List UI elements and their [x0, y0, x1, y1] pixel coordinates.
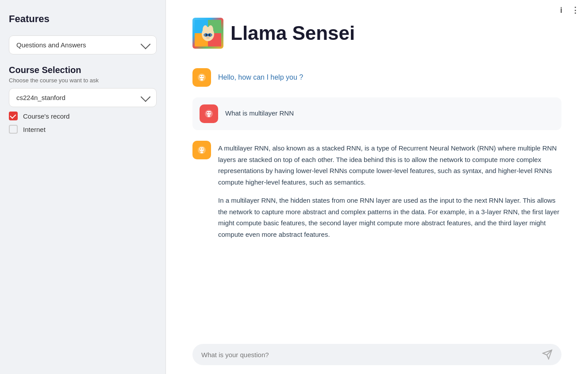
answer-paragraph-2: In a multilayer RNN, the hidden states f…	[218, 195, 561, 240]
svg-point-21	[202, 76, 204, 77]
bot-answer-message: A multilayer RNN, also known as a stacke…	[192, 141, 561, 240]
bot-avatar-greeting	[192, 68, 211, 87]
user-question-text: What is multilayer RNN	[225, 104, 294, 119]
course-selection-title: Course Selection	[9, 65, 157, 75]
top-bar: i ⋮	[551, 0, 588, 20]
svg-point-6	[203, 25, 208, 34]
svg-point-26	[207, 112, 208, 113]
checkbox-internet-box[interactable]	[9, 125, 18, 134]
greeting-text: Hello, how can I help you ?	[218, 68, 303, 83]
user-avatar	[200, 104, 218, 123]
checkbox-internet[interactable]: Internet	[9, 125, 157, 134]
menu-icon[interactable]: ⋮	[571, 5, 579, 15]
svg-rect-25	[208, 115, 210, 117]
features-dropdown[interactable]: Questions and Answers	[9, 35, 157, 54]
course-dropdown[interactable]: cs224n_stanford	[9, 88, 157, 107]
checkbox-course-record-box[interactable]	[9, 112, 18, 120]
chevron-down-icon	[141, 39, 151, 49]
svg-point-15	[206, 36, 210, 39]
bot-icon	[196, 71, 208, 84]
bot-greeting-message: Hello, how can I help you ?	[192, 68, 561, 87]
svg-point-27	[209, 112, 211, 113]
checkbox-internet-label: Internet	[23, 126, 46, 133]
course-selection-label: Choose the course you want to ask	[9, 77, 157, 84]
checkbox-course-record[interactable]: Course's record	[9, 112, 157, 120]
llama-image	[195, 20, 221, 46]
question-input[interactable]	[201, 351, 537, 359]
svg-point-20	[200, 76, 201, 77]
svg-point-33	[202, 148, 204, 150]
course-dropdown-value: cs224n_stanford	[16, 94, 65, 101]
llama-logo	[192, 18, 223, 49]
course-selection-section: Course Selection Choose the course you w…	[9, 65, 157, 134]
chat-title: Llama Sensei	[231, 22, 355, 44]
bot-avatar-answer	[192, 141, 211, 159]
svg-rect-31	[200, 151, 203, 153]
send-icon	[542, 349, 553, 360]
chevron-down-icon	[141, 92, 151, 102]
features-title: Features	[9, 13, 157, 25]
bot-icon-answer	[196, 144, 208, 156]
main-chat-area: i ⋮	[166, 0, 588, 374]
features-section: Questions and Answers	[9, 35, 157, 54]
svg-point-32	[200, 148, 201, 150]
info-icon[interactable]: i	[560, 6, 562, 15]
input-area	[166, 337, 588, 374]
sidebar: Features Questions and Answers Course Se…	[0, 0, 166, 374]
user-question-message: What is multilayer RNN	[192, 97, 561, 130]
user-icon	[203, 108, 215, 120]
answer-paragraph-1: A multilayer RNN, also known as a stacke…	[218, 143, 561, 188]
checkbox-course-record-label: Course's record	[23, 112, 69, 120]
input-box	[192, 344, 561, 365]
svg-rect-19	[200, 79, 203, 81]
send-button[interactable]	[542, 349, 553, 360]
svg-point-7	[208, 25, 213, 34]
chat-header: Llama Sensei	[192, 18, 561, 49]
features-dropdown-label: Questions and Answers	[16, 41, 86, 49]
answer-block: A multilayer RNN, also known as a stacke…	[218, 141, 561, 240]
chat-area: Llama Sensei Hello, how can I help you ?	[166, 0, 588, 337]
